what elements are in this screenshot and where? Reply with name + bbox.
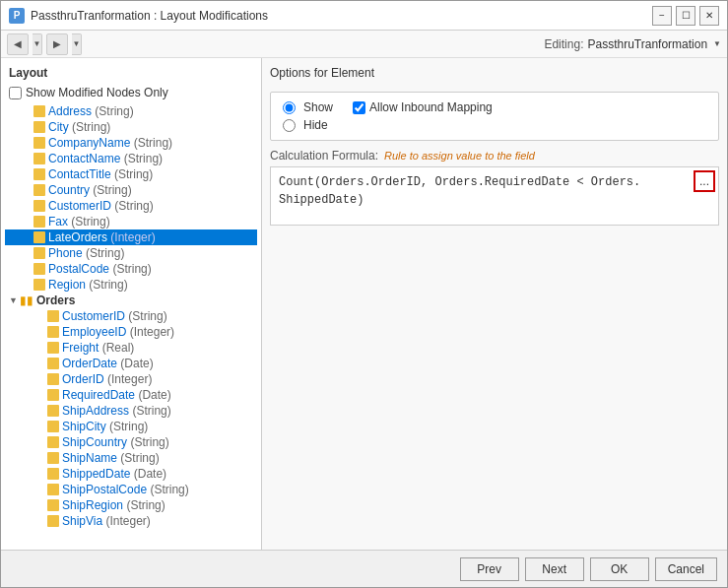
leaf-icon <box>33 247 45 259</box>
tree-item-customerid[interactable]: CustomerID (String) <box>5 198 257 214</box>
item-type: (Integer) <box>102 514 151 528</box>
leaf-icon <box>33 105 45 117</box>
next-button[interactable]: Next <box>525 557 584 581</box>
calc-label-row: Calculation Formula: Rule to assign valu… <box>270 149 719 163</box>
tree-item-contacttitle[interactable]: ContactTitle (String) <box>5 166 257 182</box>
show-modified-checkbox[interactable] <box>9 87 22 99</box>
tree-item-orders-requireddate[interactable]: RequiredDate (Date) <box>5 387 257 403</box>
calc-box-wrapper: Count(Orders.OrderID, Orders.RequiredDat… <box>270 166 719 542</box>
tree-item-orders-shipcountry[interactable]: ShipCountry (String) <box>5 434 257 450</box>
tree-item-city[interactable]: City (String) <box>5 119 257 135</box>
item-name: ContactName <box>48 152 120 165</box>
tree-item-country[interactable]: Country (String) <box>5 182 257 198</box>
group-name: Orders <box>36 294 75 307</box>
forward-button[interactable]: ▶ <box>46 33 68 55</box>
item-type: (String) <box>120 152 163 165</box>
calc-ellipsis-button[interactable]: ... <box>694 170 715 192</box>
leaf-icon <box>33 137 45 149</box>
back-dropdown[interactable]: ▼ <box>33 33 42 55</box>
options-panel: Options for Element Show Allow Inbound M… <box>262 58 727 550</box>
leaf-icon <box>47 405 59 417</box>
tree-item-lateorders[interactable]: LateOrders (Integer) <box>5 229 257 245</box>
toolbar-right: Editing: PassthruTranformation ▼ <box>544 37 721 51</box>
expand-icon: ▼ <box>9 295 19 305</box>
toolbar: ◀ ▼ ▶ ▼ Editing: PassthruTranformation ▼ <box>1 31 727 58</box>
tree-item-region[interactable]: Region (String) <box>5 277 257 293</box>
forward-dropdown[interactable]: ▼ <box>72 33 82 55</box>
tree-item-companyname[interactable]: CompanyName (String) <box>5 135 257 151</box>
leaf-icon <box>33 279 45 291</box>
leaf-icon <box>47 373 59 385</box>
item-name: ShipName <box>62 451 117 465</box>
editing-dropdown[interactable]: ▼ <box>713 39 721 48</box>
leaf-icon <box>33 263 45 275</box>
item-type: (String) <box>129 404 171 418</box>
item-name: LateOrders <box>48 230 107 244</box>
item-name: Address <box>48 104 92 118</box>
cancel-button[interactable]: Cancel <box>655 557 717 581</box>
editing-label: Editing: <box>544 37 583 51</box>
leaf-icon <box>47 468 59 480</box>
back-button[interactable]: ◀ <box>7 33 29 55</box>
tree-item-fax[interactable]: Fax (String) <box>5 214 257 229</box>
layout-panel: Layout Show Modified Nodes Only Address … <box>1 58 262 550</box>
tree-item-contactname[interactable]: ContactName (String) <box>5 151 257 166</box>
hide-label: Hide <box>303 118 328 132</box>
show-modified-row: Show Modified Nodes Only <box>1 84 261 103</box>
item-name: City <box>48 120 69 134</box>
show-row: Show Allow Inbound Mapping <box>283 100 706 114</box>
hide-radio[interactable] <box>283 119 296 132</box>
item-type: (String) <box>111 167 154 181</box>
editing-value: PassthruTranformation <box>587 37 707 51</box>
show-radio[interactable] <box>283 101 296 114</box>
leaf-icon <box>33 184 45 196</box>
item-name: CustomerID <box>48 199 111 213</box>
title-bar: P PassthruTranformation : Layout Modific… <box>1 1 727 31</box>
tree-item-orders-shipregion[interactable]: ShipRegion (String) <box>5 497 257 513</box>
leaf-icon <box>47 326 59 338</box>
tree-item-orders-customerid[interactable]: CustomerID (String) <box>5 308 257 324</box>
tree-item-orders-orderid[interactable]: OrderID (Integer) <box>5 371 257 387</box>
tree-item-orders-shippostalcode[interactable]: ShipPostalCode (String) <box>5 482 257 497</box>
allow-inbound-checkbox[interactable] <box>353 101 365 114</box>
leaf-icon <box>33 231 45 243</box>
tree-item-orders-shipcity[interactable]: ShipCity (String) <box>5 419 257 434</box>
item-type: (Real) <box>99 341 134 355</box>
item-name: Region <box>48 278 86 292</box>
tree-item-orders-employeeid[interactable]: EmployeeID (Integer) <box>5 324 257 340</box>
close-button[interactable]: ✕ <box>699 6 719 26</box>
tree-item-orders-orderdate[interactable]: OrderDate (Date) <box>5 356 257 371</box>
tree-item-phone[interactable]: Phone (String) <box>5 245 257 261</box>
item-name: EmployeeID <box>62 325 126 339</box>
restore-button[interactable]: ☐ <box>676 6 695 26</box>
app-icon: P <box>9 8 25 24</box>
tree-item-orders-shipaddress[interactable]: ShipAddress (String) <box>5 403 257 419</box>
main-content: Layout Show Modified Nodes Only Address … <box>1 58 727 550</box>
tree-item-orders-shipname[interactable]: ShipName (String) <box>5 450 257 466</box>
allow-inbound-row: Allow Inbound Mapping <box>353 100 493 114</box>
tree-container[interactable]: Address (String) City (String) CompanyNa… <box>1 103 261 546</box>
prev-button[interactable]: Prev <box>460 557 519 581</box>
window-controls: − ☐ ✕ <box>652 6 719 26</box>
tree-item-orders[interactable]: ▼▮▮Orders <box>5 293 257 308</box>
tree-item-postalcode[interactable]: PostalCode (String) <box>5 261 257 277</box>
tree-item-address[interactable]: Address (String) <box>5 103 257 119</box>
tree-item-orders-shipvia[interactable]: ShipVia (Integer) <box>5 513 257 529</box>
item-type: (Integer) <box>107 230 156 244</box>
item-name: Country <box>48 183 90 197</box>
tree-item-orders-freight[interactable]: Freight (Real) <box>5 340 257 356</box>
leaf-icon <box>47 342 59 354</box>
leaf-icon <box>47 310 59 322</box>
calc-formula[interactable]: Count(Orders.OrderID, Orders.RequiredDat… <box>270 166 719 226</box>
item-name: ShipPostalCode <box>62 483 147 496</box>
item-name: OrderDate <box>62 357 117 370</box>
item-name: OrderID <box>62 372 104 386</box>
tree-item-orders-shippeddate[interactable]: ShippedDate (Date) <box>5 466 257 482</box>
ok-button[interactable]: OK <box>590 557 649 581</box>
title-bar-left: P PassthruTranformation : Layout Modific… <box>9 8 268 24</box>
item-name: ShipVia <box>62 514 102 528</box>
item-name: ShipCountry <box>62 435 127 449</box>
item-type: (String) <box>111 199 154 213</box>
item-type: (String) <box>83 246 125 260</box>
minimize-button[interactable]: − <box>652 6 672 26</box>
